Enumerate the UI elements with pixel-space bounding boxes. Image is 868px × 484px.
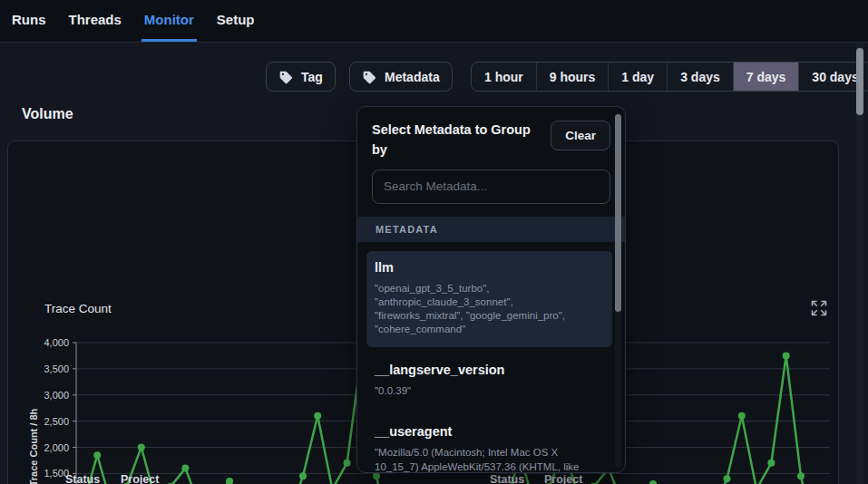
metadata-item-__useragent[interactable]: __useragent"Mozilla/5.0 (Macintosh; Inte…: [366, 415, 612, 473]
dropdown-header: Select Metadata to Group by Clear: [357, 107, 625, 160]
search-metadata-input[interactable]: [372, 169, 610, 204]
trace-count-chart-title: Trace Count: [44, 302, 112, 315]
metadata-item-values: "0.0.39": [375, 384, 604, 398]
svg-text:2,500: 2,500: [44, 416, 69, 427]
expand-chart-icon[interactable]: [810, 299, 830, 319]
dropdown-title: Select Metadata to Group by: [372, 121, 541, 160]
metadata-items-list: llm"openai_gpt_3_5_turbo", "anthropic_cl…: [357, 242, 625, 474]
metadata-button-label: Metadata: [385, 70, 440, 84]
svg-text:2,000: 2,000: [44, 442, 69, 453]
svg-text:Trace Count / 8h: Trace Count / 8h: [28, 408, 39, 484]
metadata-group-dropdown: Select Metadata to Group by Clear METADA…: [356, 106, 626, 473]
tab-runs[interactable]: Runs: [9, 0, 49, 42]
tag-button-label: Tag: [301, 70, 323, 84]
left-chart-project-tab[interactable]: Project: [121, 473, 159, 484]
metadata-section-header: METADATA: [357, 217, 625, 242]
tab-threads[interactable]: Threads: [66, 0, 124, 42]
metadata-item-values: "Mozilla/5.0 (Macintosh; Intel Mac OS X …: [375, 446, 604, 473]
section-title: Volume: [22, 106, 73, 122]
dropdown-scrollbar-thumb[interactable]: [615, 114, 621, 312]
tag-icon: [278, 70, 293, 84]
nav-tabs: RunsThreadsMonitorSetup: [9, 0, 258, 42]
metadata-filter-button[interactable]: Metadata: [349, 62, 453, 92]
clear-button[interactable]: Clear: [551, 121, 610, 150]
time-range-3-days[interactable]: 3 days: [667, 63, 733, 91]
right-chart-project-tab[interactable]: Project: [544, 473, 582, 484]
svg-text:4,000: 4,000: [44, 337, 69, 348]
metadata-item-key: __useragent: [375, 424, 604, 439]
time-range-1-hour[interactable]: 1 hour: [472, 63, 536, 91]
metadata-item-key: __langserve_version: [375, 363, 604, 377]
time-range-selector: 1 hour9 hours1 day3 days7 days30 days: [471, 62, 868, 92]
tab-monitor[interactable]: Monitor: [141, 0, 197, 42]
metadata-item-__langserve_version[interactable]: __langserve_version"0.0.39": [366, 353, 612, 409]
time-range-7-days[interactable]: 7 days: [733, 63, 799, 91]
top-nav: RunsThreadsMonitorSetup: [0, 0, 868, 43]
left-chart-status-tab[interactable]: Status: [65, 473, 100, 484]
svg-text:3,000: 3,000: [44, 390, 69, 401]
tag-icon: [362, 70, 376, 84]
page-scrollbar-thumb[interactable]: [856, 48, 863, 115]
tab-setup[interactable]: Setup: [214, 0, 258, 42]
svg-text:3,500: 3,500: [44, 363, 69, 374]
metadata-item-values: "openai_gpt_3_5_turbo", "anthropic_claud…: [375, 282, 604, 337]
right-chart-status-tab[interactable]: Status: [490, 473, 524, 484]
tag-filter-button[interactable]: Tag: [266, 62, 336, 92]
time-range-1-day[interactable]: 1 day: [608, 63, 667, 91]
metadata-item-llm[interactable]: llm"openai_gpt_3_5_turbo", "anthropic_cl…: [366, 251, 612, 348]
metadata-item-key: llm: [375, 260, 604, 275]
time-range-9-hours[interactable]: 9 hours: [536, 63, 609, 91]
